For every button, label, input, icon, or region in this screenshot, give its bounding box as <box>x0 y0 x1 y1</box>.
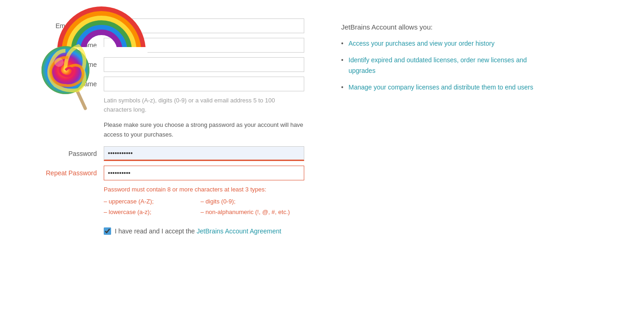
email-row: Email Address <box>37 18 304 33</box>
password-notice: Please make sure you choose a strong pas… <box>104 120 304 140</box>
list-item: Access your purchases and view your orde… <box>341 38 535 48</box>
list-item: Manage your company licenses and distrib… <box>341 82 535 92</box>
firstname-label: First Name <box>37 42 104 49</box>
repeat-password-row: Repeat Password <box>37 166 304 180</box>
password-input[interactable] <box>104 146 304 161</box>
agreement-checkbox[interactable] <box>104 227 111 235</box>
lastname-label: Last Name <box>37 61 104 68</box>
error-nonalpha: – non-alphanumeric (!, @, #, etc.) <box>201 208 293 217</box>
error-lowercase: – lowercase (a-z); <box>104 208 196 217</box>
form-section: Email Address First Name Last Name Usern… <box>0 9 323 307</box>
info-section: JetBrains Account allows you: Access you… <box>323 9 553 307</box>
password-label: Password <box>37 150 104 157</box>
info-title: JetBrains Account allows you: <box>341 23 535 31</box>
repeat-password-input[interactable] <box>104 166 304 180</box>
email-input[interactable] <box>104 18 304 33</box>
error-digits: – digits (0-9); <box>201 197 293 207</box>
agreement-row: I have read and I accept the JetBrains A… <box>104 227 304 236</box>
error-uppercase: – uppercase (A-Z); <box>104 197 196 207</box>
firstname-input[interactable] <box>104 38 304 53</box>
lastname-input[interactable] <box>104 57 304 72</box>
list-item: Identify expired and outdated licenses, … <box>341 55 535 76</box>
page-container: Email Address First Name Last Name Usern… <box>0 0 644 316</box>
password-error-title: Password must contain 8 or more characte… <box>104 185 304 195</box>
email-label: Email Address <box>37 22 104 30</box>
info-list: Access your purchases and view your orde… <box>341 38 535 93</box>
lastname-row: Last Name <box>37 57 304 72</box>
username-hint: Latin symbols (A-z), digits (0-9) or a v… <box>104 96 304 114</box>
agreement-label: I have read and I accept the JetBrains A… <box>115 227 281 236</box>
username-input[interactable] <box>104 77 304 91</box>
username-label: Username <box>37 80 104 88</box>
repeat-password-label: Repeat Password <box>37 169 104 177</box>
agreement-text-before: I have read and I accept the <box>115 227 196 235</box>
firstname-row: First Name <box>37 38 304 53</box>
agreement-link[interactable]: JetBrains Account Agreement <box>196 227 281 235</box>
password-error-section: Password must contain 8 or more characte… <box>104 185 304 217</box>
username-row: Username <box>37 77 304 91</box>
password-error-grid: – uppercase (A-Z); – digits (0-9); – low… <box>104 197 304 217</box>
password-row: Password <box>37 146 304 161</box>
